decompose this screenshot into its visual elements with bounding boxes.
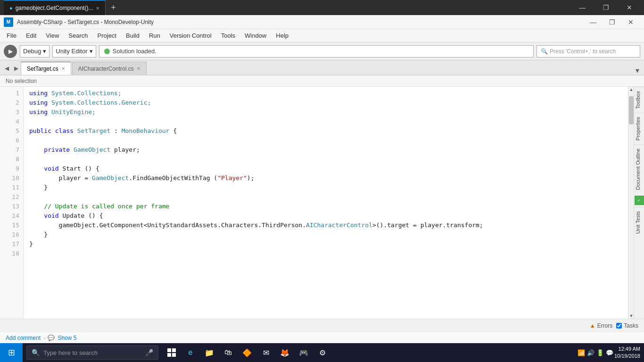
- browser-tab-active[interactable]: ● gameobject.GetComponent()... ✕: [4, 0, 106, 15]
- sidebar-tab-unit-tests[interactable]: Unit Tests: [634, 207, 644, 238]
- taskbar-icon-explorer[interactable]: 📁: [200, 343, 219, 362]
- line-num-10: 10: [0, 173, 23, 183]
- taskbar-right: 📶 🔊 🔋 💬 12:49 AM 10/19/2018: [578, 346, 644, 360]
- taskbar-icon-mail[interactable]: ✉: [256, 343, 275, 362]
- tab-nav-right[interactable]: ▶: [11, 62, 21, 75]
- code-line-1: using System.Collections;: [29, 89, 622, 98]
- tab-settarget[interactable]: SetTarget.cs ✕: [21, 62, 71, 75]
- minimize-button[interactable]: —: [571, 0, 593, 15]
- menu-version-control[interactable]: Version Control: [165, 30, 216, 41]
- taskbar-icon-task-view[interactable]: [162, 343, 181, 362]
- show-comments-link[interactable]: Show 5: [58, 335, 76, 341]
- code-line-11: }: [29, 183, 622, 192]
- sidebar-tab-properties[interactable]: Properties: [634, 113, 644, 144]
- debug-dropdown-arrow: ▾: [43, 48, 46, 55]
- menu-view[interactable]: View: [41, 30, 64, 41]
- menu-file[interactable]: File: [2, 30, 21, 41]
- vertical-scrollbar[interactable]: ▲ ▼: [628, 87, 634, 319]
- editor-area: 1 2 3 4 5 6 7 8 9 10 11 12 13 14 15 16 1…: [0, 87, 644, 319]
- code-line-17: }: [29, 239, 622, 249]
- status-dot-icon: [104, 49, 110, 54]
- tab-overflow-button[interactable]: ▾: [633, 66, 642, 75]
- svg-rect-1: [172, 348, 176, 352]
- menu-run[interactable]: Run: [144, 30, 165, 41]
- taskbar-search[interactable]: 🔍 Type here to search 🎤: [26, 346, 158, 360]
- add-comment-link[interactable]: Add comment: [6, 335, 41, 341]
- search-icon: 🔍: [541, 48, 548, 55]
- debug-dropdown[interactable]: Debug ▾: [20, 45, 50, 58]
- menu-help[interactable]: Help: [271, 30, 293, 41]
- scrollbar-thumb[interactable]: [629, 96, 634, 124]
- taskbar-icon-vlc[interactable]: 🔶: [238, 343, 256, 362]
- tab-aicharactercontrol[interactable]: AICharacterControl.cs ✕: [72, 62, 147, 75]
- time-display: 12:49 AM 10/19/2018: [614, 346, 640, 360]
- run-button[interactable]: ▶: [4, 45, 17, 58]
- new-tab-button[interactable]: +: [106, 0, 121, 15]
- code-line-5: public class SetTarget : MonoBehaviour {: [29, 126, 622, 136]
- line-num-4: 4: [0, 117, 23, 126]
- editor-tab-bar: ◀ ▶ SetTarget.cs ✕ AICharacterControl.cs…: [0, 60, 644, 75]
- browser-titlebar: ● gameobject.GetComponent()... ✕ + — ❐ ✕: [0, 0, 644, 15]
- code-line-15: gameObject.GetComponent<UnityStandardAss…: [29, 221, 622, 230]
- comment-bar: Add comment · 💬 Show 5: [0, 332, 644, 343]
- tab-aicharactercontrol-close[interactable]: ✕: [137, 66, 140, 71]
- taskbar-icon-unity[interactable]: 🎮: [294, 343, 313, 362]
- line-num-1: 1: [0, 89, 23, 98]
- code-line-14: void Update () {: [29, 211, 622, 221]
- comment-chat-icon: 💬: [48, 335, 55, 341]
- current-time: 12:49 AM: [614, 346, 640, 353]
- tab-nav-left[interactable]: ◀: [2, 62, 11, 75]
- right-sidebar: Toolbox Properties Document Outline ✓ Un…: [634, 87, 644, 319]
- network-icon: 📶: [578, 349, 585, 356]
- svg-rect-2: [167, 353, 171, 357]
- taskbar-icon-monodevelop[interactable]: ⚙: [313, 343, 332, 362]
- code-line-4: [29, 117, 622, 126]
- line-num-6: 6: [0, 136, 23, 145]
- errors-triangle-icon: ▲: [590, 322, 595, 329]
- menu-tools[interactable]: Tools: [216, 30, 240, 41]
- app-restore-button[interactable]: ❐: [603, 15, 621, 29]
- code-line-2: using System.Collections.Generic;: [29, 98, 622, 107]
- menu-edit[interactable]: Edit: [21, 30, 41, 41]
- tasks-checkbox[interactable]: [616, 323, 622, 329]
- code-editor[interactable]: using System.Collections; using System.C…: [24, 87, 628, 319]
- scroll-up-arrow[interactable]: ▲: [628, 87, 634, 92]
- line-num-12: 12: [0, 192, 23, 202]
- close-button[interactable]: ✕: [619, 0, 640, 15]
- taskbar-icon-edge[interactable]: e: [181, 343, 200, 362]
- sidebar-tab-document-outline[interactable]: Document Outline: [634, 144, 644, 194]
- app-icon: M: [4, 17, 13, 27]
- sidebar-tab-toolbox[interactable]: Toolbox: [634, 87, 644, 113]
- start-button[interactable]: ⊞: [0, 343, 23, 362]
- app-minimize-button[interactable]: —: [584, 15, 603, 29]
- editor-body: ◀ ▶ SetTarget.cs ✕ AICharacterControl.cs…: [0, 60, 644, 343]
- menu-window[interactable]: Window: [240, 30, 271, 41]
- notification-icon[interactable]: 💬: [606, 349, 613, 356]
- taskbar-search-icon: 🔍: [32, 349, 40, 356]
- tasks-badge[interactable]: Tasks: [616, 322, 638, 329]
- taskbar-icon-store[interactable]: 🛍: [219, 343, 238, 362]
- maximize-button[interactable]: ❐: [595, 0, 617, 15]
- errors-badge[interactable]: ▲ Errors: [590, 322, 613, 329]
- tasks-label: Tasks: [624, 322, 638, 329]
- browser-tab-strip: ● gameobject.GetComponent()... ✕ +: [4, 0, 571, 15]
- taskbar-icon-firefox[interactable]: 🦊: [275, 343, 294, 362]
- selection-text: No selection: [6, 78, 37, 84]
- tab-settarget-close[interactable]: ✕: [61, 66, 65, 71]
- line-num-14: 14: [0, 211, 23, 221]
- menu-search[interactable]: Search: [64, 30, 92, 41]
- browser-tab-close[interactable]: ✕: [96, 6, 99, 11]
- line-num-5: 5: [0, 126, 23, 136]
- toolbar-search[interactable]: 🔍 Press 'Control+,' to search: [537, 45, 640, 58]
- app-window-controls: — ❐ ✕: [584, 15, 640, 29]
- unit-tests-icon[interactable]: ✓: [635, 196, 644, 205]
- menu-project[interactable]: Project: [93, 30, 121, 41]
- menu-build[interactable]: Build: [121, 30, 144, 41]
- unity-editor-dropdown[interactable]: Unity Editor ▾: [52, 45, 96, 58]
- svg-rect-0: [167, 348, 171, 352]
- app-close-button[interactable]: ✕: [621, 15, 640, 29]
- app-title: Assembly-CSharp - SetTarget.cs - MonoDev…: [17, 19, 584, 25]
- scroll-down-arrow[interactable]: ▼: [628, 313, 634, 319]
- taskbar-mic-icon: 🎤: [145, 349, 153, 356]
- battery-icon: 🔋: [596, 349, 604, 356]
